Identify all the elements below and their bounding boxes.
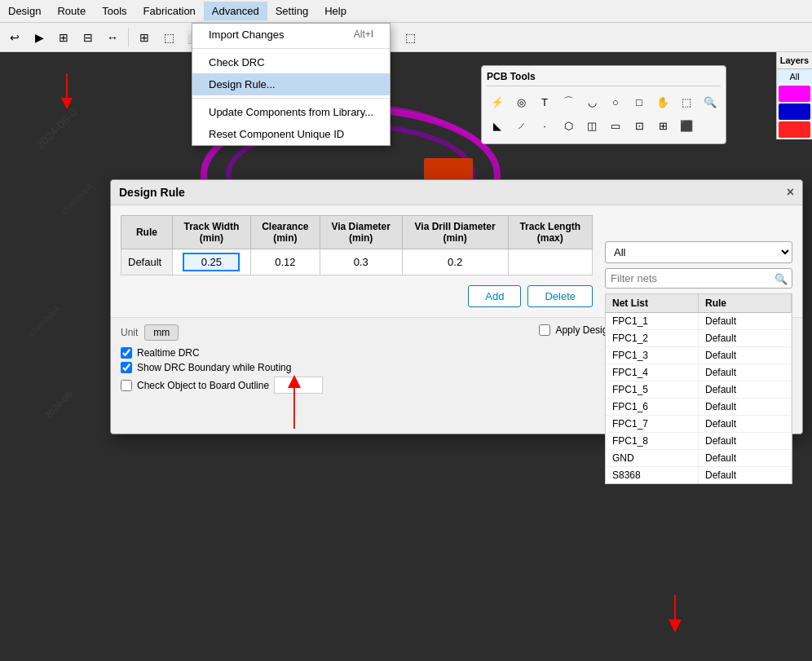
net-panel: All 🔍 Net List Rule FPC1_1Default FPC1_2…: [605, 241, 792, 484]
unit-button[interactable]: mm: [144, 324, 179, 341]
list-item[interactable]: FPC1_7Default: [606, 416, 792, 433]
list-item[interactable]: FPC1_4Default: [606, 364, 792, 381]
outline-value-input[interactable]: [274, 377, 323, 394]
design-rule-dialog: Design Rule × All 🔍 Net List Rule FP: [110, 179, 803, 434]
net-rule-2: Default: [699, 330, 792, 346]
net-name-2: FPC1_2: [606, 330, 699, 346]
dialog-title-text: Design Rule: [119, 186, 185, 199]
list-item[interactable]: FPC1_8Default: [606, 433, 792, 450]
row-rule-name: Default: [121, 249, 173, 275]
net-dropdown[interactable]: All: [605, 241, 792, 263]
table-row: Default 0.12 0.3 0.2: [121, 249, 593, 275]
show-drc-label: Show DRC Boundary while Routing: [137, 362, 291, 373]
dropdown-import-label: Import Changes: [209, 29, 285, 41]
net-name-5: FPC1_5: [606, 381, 699, 398]
net-list-header: Net List Rule: [606, 294, 792, 313]
apply-design-rule-checkbox[interactable]: [539, 324, 550, 336]
net-list: Net List Rule FPC1_1Default FPC1_2Defaul…: [605, 293, 792, 484]
net-filter-input[interactable]: [605, 268, 792, 289]
check-outline-row: Check Object to Board Outline: [121, 377, 323, 394]
net-rule-3: Default: [699, 347, 792, 364]
net-rule-gnd: Default: [699, 450, 792, 466]
realtime-drc-row: Realtime DRC: [121, 347, 323, 359]
net-filter-wrap: 🔍: [605, 268, 792, 289]
net-rule-8: Default: [699, 433, 792, 449]
net-name-6: FPC1_6: [606, 399, 699, 415]
dropdown-reset-label: Reset Component Unique ID: [209, 128, 344, 140]
dropdown-reset-id[interactable]: Reset Component Unique ID: [192, 123, 390, 145]
dropdown-sep-1: [192, 48, 390, 49]
net-list-col-rule: Rule: [699, 294, 792, 312]
col-clearance: Clearance(min): [250, 216, 320, 249]
show-drc-row: Show DRC Boundary while Routing: [121, 362, 323, 373]
rule-table: Rule Track Width(min) Clearance(min) Via…: [121, 215, 593, 275]
list-item[interactable]: FPC1_6Default: [606, 399, 792, 416]
net-name-3: FPC1_3: [606, 347, 699, 364]
col-via-drill: Via Drill Diameter(min): [402, 216, 508, 249]
net-list-col-net: Net List: [606, 294, 699, 312]
check-outline-checkbox[interactable]: [121, 380, 132, 391]
net-name-8: FPC1_8: [606, 433, 699, 449]
col-via-diameter: Via Diameter(min): [320, 216, 402, 249]
net-rule-6: Default: [699, 399, 792, 415]
dialog-titlebar: Design Rule ×: [111, 180, 802, 205]
check-outline-label: Check Object to Board Outline: [137, 380, 269, 391]
net-name-1: FPC1_1: [606, 313, 699, 329]
track-width-input[interactable]: [183, 253, 240, 271]
list-item[interactable]: FPC1_2Default: [606, 330, 792, 347]
row-track-length: [508, 249, 592, 275]
realtime-drc-label: Realtime DRC: [137, 347, 200, 359]
net-name-gnd: GND: [606, 450, 699, 466]
dropdown-design-rule[interactable]: Design Rule...: [192, 73, 390, 95]
dropdown-check-drc[interactable]: Check DRC: [192, 51, 390, 73]
dialog-overlay: Design Rule × All 🔍 Net List Rule FP: [0, 0, 812, 661]
row-clearance: 0.12: [250, 249, 320, 275]
dropdown-import-changes[interactable]: Import Changes Alt+I: [192, 24, 390, 46]
net-name-4: FPC1_4: [606, 364, 699, 381]
net-rule-4: Default: [699, 364, 792, 381]
dropdown-design-rule-label: Design Rule...: [209, 78, 276, 90]
col-track-width: Track Width(min): [172, 216, 250, 249]
dropdown-menu: Import Changes Alt+I Check DRC Design Ru…: [192, 23, 391, 146]
add-delete-row: Add Delete: [121, 285, 593, 307]
col-rule: Rule: [121, 216, 173, 249]
show-drc-checkbox[interactable]: [121, 362, 132, 373]
col-track-length: Track Length(max): [508, 216, 592, 249]
rule-table-wrap: Rule Track Width(min) Clearance(min) Via…: [121, 215, 593, 307]
list-item[interactable]: FPC1_1Default: [606, 313, 792, 330]
list-item[interactable]: GNDDefault: [606, 450, 792, 467]
net-name-7: FPC1_7: [606, 416, 699, 432]
dialog-body: All 🔍 Net List Rule FPC1_1Default FPC1_2…: [111, 205, 802, 317]
row-via-drill: 0.2: [402, 249, 508, 275]
dropdown-sep-2: [192, 98, 390, 99]
realtime-drc-checkbox[interactable]: [121, 347, 132, 359]
net-name-s8368: S8368: [606, 467, 699, 483]
dropdown-import-shortcut: Alt+I: [354, 29, 373, 41]
net-rule-5: Default: [699, 381, 792, 398]
dropdown-check-drc-label: Check DRC: [209, 56, 265, 68]
add-delete-buttons: Add Delete: [468, 285, 593, 307]
net-rule-1: Default: [699, 313, 792, 329]
dialog-close-button[interactable]: ×: [787, 185, 794, 200]
dropdown-update-label: Update Components from Library...: [209, 106, 373, 118]
delete-rule-button[interactable]: Delete: [527, 285, 593, 307]
row-track-width: [172, 249, 250, 275]
dropdown-update-components[interactable]: Update Components from Library...: [192, 101, 390, 123]
unit-row: Unit mm: [121, 324, 323, 341]
list-item[interactable]: FPC1_5Default: [606, 381, 792, 399]
unit-label: Unit: [121, 327, 138, 338]
add-rule-button[interactable]: Add: [468, 285, 521, 307]
row-via-diameter: 0.3: [320, 249, 402, 275]
search-icon: 🔍: [774, 272, 788, 284]
net-rule-7: Default: [699, 416, 792, 432]
net-rule-s8368: Default: [699, 467, 792, 483]
list-item[interactable]: FPC1_3Default: [606, 347, 792, 364]
left-options: Unit mm Realtime DRC Show DRC Boundary w…: [121, 324, 323, 397]
list-item[interactable]: S8368Default: [606, 467, 792, 483]
